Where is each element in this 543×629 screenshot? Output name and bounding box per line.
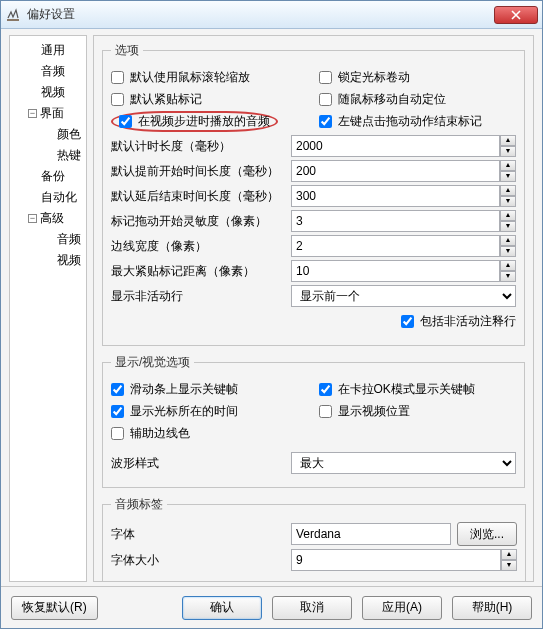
tree-item-general[interactable]: 通用 xyxy=(12,40,84,61)
chk-lock-cursor-scroll[interactable] xyxy=(319,71,332,84)
input-max-snap-distance[interactable] xyxy=(291,260,500,282)
audiotag-legend: 音频标签 xyxy=(111,496,167,513)
select-waveform-style[interactable]: 最大 xyxy=(291,452,516,474)
preferences-window: 偏好设置 通用 音频 视频 −界面 颜色 热键 备份 自动化 −高级 音频 视频… xyxy=(0,0,543,629)
input-default-lead-in-ms[interactable] xyxy=(291,160,500,182)
content-panel: 选项 默认使用鼠标滚轮缩放 锁定光标卷动 默认紧贴标记 随鼠标移动自动定位 在视… xyxy=(93,35,534,582)
chk-mouse-wheel-zoom[interactable] xyxy=(111,71,124,84)
display-group: 显示/视觉选项 滑动条上显示关键帧 在卡拉OK模式显示关键帧 显示光标所在的时间… xyxy=(102,354,525,488)
titlebar[interactable]: 偏好设置 xyxy=(1,1,542,29)
lbl-edge-width: 边线宽度（像素） xyxy=(111,238,291,255)
options-group: 选项 默认使用鼠标滚轮缩放 锁定光标卷动 默认紧贴标记 随鼠标移动自动定位 在视… xyxy=(102,42,525,346)
restore-defaults-button[interactable]: 恢复默认(R) xyxy=(11,596,98,620)
lbl-default-timer-ms: 默认计时长度（毫秒） xyxy=(111,138,291,155)
tree-item-hotkey[interactable]: 热键 xyxy=(12,145,84,166)
spinner[interactable]: ▲▼ xyxy=(500,185,516,207)
apply-button[interactable]: 应用(A) xyxy=(362,596,442,620)
spinner[interactable]: ▲▼ xyxy=(500,210,516,232)
display-legend: 显示/视觉选项 xyxy=(111,354,194,371)
category-tree[interactable]: 通用 音频 视频 −界面 颜色 热键 备份 自动化 −高级 音频 视频 xyxy=(9,35,87,582)
lbl-play-audio-on-step: 在视频步进时播放的音频 xyxy=(138,113,270,130)
chk-left-click-drag-end-mark[interactable] xyxy=(319,115,332,128)
tree-item-backup[interactable]: 备份 xyxy=(12,166,84,187)
tree-item-video[interactable]: 视频 xyxy=(12,82,84,103)
lbl-default-lead-out-ms: 默认延后结束时间长度（毫秒） xyxy=(111,188,291,205)
lbl-default-snap-marker: 默认紧贴标记 xyxy=(130,91,202,108)
lbl-include-inactive-comment: 包括非活动注释行 xyxy=(420,313,516,330)
input-font-size[interactable] xyxy=(291,549,501,571)
chk-show-keyframes-slider[interactable] xyxy=(111,383,124,396)
tree-item-interface[interactable]: −界面 xyxy=(12,103,84,124)
chk-karaoke-keyframes[interactable] xyxy=(319,383,332,396)
chk-show-cursor-time[interactable] xyxy=(111,405,124,418)
tree-item-advanced[interactable]: −高级 xyxy=(12,208,84,229)
options-legend: 选项 xyxy=(111,42,143,59)
input-default-timer-ms[interactable] xyxy=(291,135,500,157)
chk-mouse-move-auto-locate[interactable] xyxy=(319,93,332,106)
lbl-show-inactive-lines: 显示非活动行 xyxy=(111,288,291,305)
cancel-button[interactable]: 取消 xyxy=(272,596,352,620)
lbl-mouse-wheel-zoom: 默认使用鼠标滚轮缩放 xyxy=(130,69,250,86)
close-icon xyxy=(511,10,521,20)
spinner[interactable]: ▲▼ xyxy=(500,260,516,282)
tree-item-automation[interactable]: 自动化 xyxy=(12,187,84,208)
window-title: 偏好设置 xyxy=(27,6,494,23)
spinner[interactable]: ▲▼ xyxy=(500,160,516,182)
input-drag-start-sensitivity[interactable] xyxy=(291,210,500,232)
chk-show-video-position[interactable] xyxy=(319,405,332,418)
lbl-left-click-drag-end-mark: 左键点击拖动动作结束标记 xyxy=(338,113,482,130)
lbl-font-size: 字体大小 xyxy=(111,552,291,569)
chk-default-snap-marker[interactable] xyxy=(111,93,124,106)
tree-item-color[interactable]: 颜色 xyxy=(12,124,84,145)
chk-play-audio-on-step[interactable] xyxy=(119,115,132,128)
close-button[interactable] xyxy=(494,6,538,24)
lbl-drag-start-sensitivity: 标记拖动开始灵敏度（像素） xyxy=(111,213,291,230)
lbl-max-snap-distance: 最大紧贴标记距离（像素） xyxy=(111,263,291,280)
svg-rect-0 xyxy=(7,19,19,21)
select-show-inactive-lines[interactable]: 显示前一个 xyxy=(291,285,516,307)
browse-button[interactable]: 浏览... xyxy=(457,522,517,546)
spinner[interactable]: ▲▼ xyxy=(501,549,517,571)
chk-include-inactive-comment[interactable] xyxy=(401,315,414,328)
input-edge-width[interactable] xyxy=(291,235,500,257)
chk-aux-guide-color[interactable] xyxy=(111,427,124,440)
tree-item-adv-video[interactable]: 视频 xyxy=(12,250,84,271)
expander-icon[interactable]: − xyxy=(28,214,37,223)
lbl-mouse-move-auto-locate: 随鼠标移动自动定位 xyxy=(338,91,446,108)
spinner[interactable]: ▲▼ xyxy=(500,135,516,157)
lbl-font: 字体 xyxy=(111,526,291,543)
input-font[interactable] xyxy=(291,523,451,545)
expander-icon[interactable]: − xyxy=(28,109,37,118)
tree-item-adv-audio[interactable]: 音频 xyxy=(12,229,84,250)
ok-button[interactable]: 确认 xyxy=(182,596,262,620)
lbl-waveform-style: 波形样式 xyxy=(111,455,291,472)
lbl-lock-cursor-scroll: 锁定光标卷动 xyxy=(338,69,410,86)
lbl-default-lead-in-ms: 默认提前开始时间长度（毫秒） xyxy=(111,163,291,180)
body: 通用 音频 视频 −界面 颜色 热键 备份 自动化 −高级 音频 视频 选项 默… xyxy=(1,29,542,586)
highlight-ellipse: 在视频步进时播放的音频 xyxy=(111,111,278,132)
spinner[interactable]: ▲▼ xyxy=(500,235,516,257)
help-button[interactable]: 帮助(H) xyxy=(452,596,532,620)
input-default-lead-out-ms[interactable] xyxy=(291,185,500,207)
audiotag-group: 音频标签 字体 浏览... 字体大小 ▲▼ xyxy=(102,496,526,582)
app-icon xyxy=(5,7,21,23)
footer: 恢复默认(R) 确认 取消 应用(A) 帮助(H) xyxy=(1,586,542,628)
tree-item-audio[interactable]: 音频 xyxy=(12,61,84,82)
